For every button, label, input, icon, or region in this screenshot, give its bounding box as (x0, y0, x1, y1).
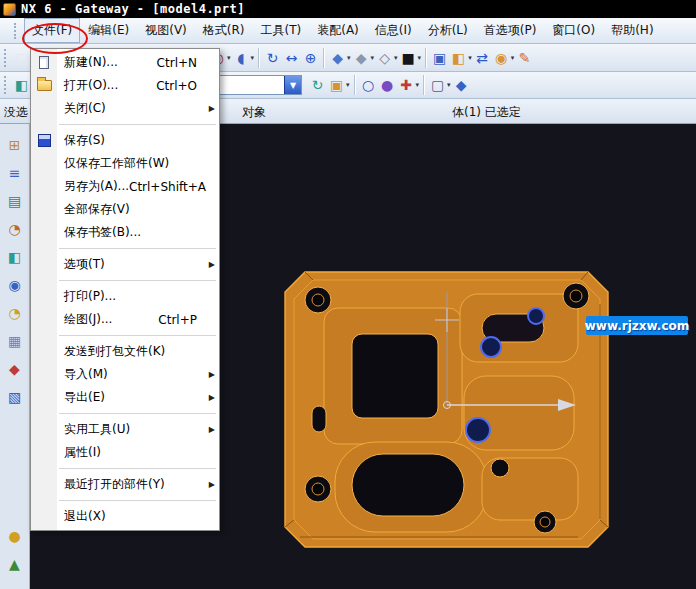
oval-through-hole[interactable] (352, 454, 464, 516)
menubar-item-preferences[interactable]: 首选项(P) (476, 18, 545, 43)
wireframe-display-button[interactable]: ◇▾ (375, 47, 399, 69)
edge-blend-button[interactable]: ◖▾ (232, 47, 256, 69)
counterbore-hole-bottom-left[interactable] (305, 476, 331, 502)
zoom-view-button[interactable]: ⊕ (301, 47, 320, 69)
new-part-button[interactable]: ▢ (12, 47, 31, 69)
sphere-tool-button[interactable]: ● (378, 74, 397, 96)
menubar-item-file[interactable]: 文件(F) (24, 18, 80, 43)
selection-scope-button[interactable]: ▢▾ (428, 74, 452, 96)
file-menu-item-utilities[interactable]: 实用工具(U)▶ (31, 418, 219, 441)
rotate-view-button[interactable]: ↻ (263, 47, 282, 69)
refresh-button[interactable]: ↻ (308, 74, 327, 96)
slot-left-edge[interactable] (312, 406, 326, 432)
dropdown-arrow-icon[interactable]: ▾ (371, 54, 375, 62)
file-menu-item-new[interactable]: 新建(N)...Ctrl+N (31, 51, 219, 74)
pan-view-button[interactable]: ↔ (282, 47, 301, 69)
file-menu-item-save-work-part[interactable]: 仅保存工作部件(W) (31, 152, 219, 175)
constraint-navigator-tab[interactable]: ≡ (4, 162, 26, 184)
file-menu-item-plot[interactable]: 绘图(J)...Ctrl+P (31, 308, 219, 331)
orient-csys-button[interactable]: ◧▾ (449, 47, 473, 69)
assembly-navigator-tab[interactable]: ⊞ (4, 134, 26, 156)
dropdown-arrow-icon[interactable]: ▾ (347, 54, 351, 62)
counterbore-hole-bottom-right[interactable] (534, 511, 556, 533)
display-mode-icon: ◧ (13, 78, 30, 92)
process-studio-tab[interactable]: ◆ (4, 358, 26, 380)
shaded-display-button[interactable]: ◆▾ (352, 47, 376, 69)
system-materials-tab[interactable]: ▦ (4, 330, 26, 352)
menubar-item-window[interactable]: 窗口(O) (544, 18, 603, 43)
hd3d-tools-tab[interactable]: ◧ (4, 246, 26, 268)
system-scenes-tab[interactable]: ▲ (4, 553, 26, 575)
small-hole-bottom-mid[interactable] (491, 459, 509, 477)
menubar-item-help[interactable]: 帮助(H) (603, 18, 661, 43)
menubar-item-tools[interactable]: 工具(T) (253, 18, 310, 43)
resource-bar: ⊞≡▤◔◧◉◔▦◆▧●▲ (0, 124, 30, 589)
dropdown-arrow-icon[interactable]: ▾ (468, 54, 472, 62)
selected-hole-center[interactable] (466, 418, 490, 442)
file-menu-item-print[interactable]: 打印(P)... (31, 285, 219, 308)
open-icon (37, 80, 52, 91)
web-browser-tab[interactable]: ◉ (4, 274, 26, 296)
menubar-item-assemblies[interactable]: 装配(A) (309, 18, 367, 43)
edit-object-display-button[interactable]: ✎ (515, 47, 534, 69)
snap-point-button[interactable]: ◉▾ (492, 47, 516, 69)
file-menu-item-options[interactable]: 选项(T)▶ (31, 253, 219, 276)
file-menu-item-import[interactable]: 导入(M)▶ (31, 363, 219, 386)
reuse-library-icon: ◔ (8, 221, 20, 237)
menu-separator (59, 124, 216, 125)
circle-tool-button[interactable]: ○ (359, 74, 378, 96)
dropdown-arrow-icon[interactable]: ▾ (447, 81, 451, 89)
menu-bar-items: 文件(F)编辑(E)视图(V)格式(R)工具(T)装配(A)信息(I)分析(L)… (24, 18, 662, 43)
square-through-hole[interactable] (352, 334, 438, 418)
file-menu-item-export[interactable]: 导出(E)▶ (31, 386, 219, 409)
toolbar-grip[interactable] (4, 76, 8, 94)
counterbore-hole-top-right[interactable] (563, 283, 589, 309)
orient-view-button[interactable]: ◆▾ (328, 47, 352, 69)
file-menu-item-save[interactable]: 保存(S) (31, 129, 219, 152)
dropdown-arrow-icon[interactable]: ▾ (418, 54, 422, 62)
dropdown-arrow-icon[interactable]: ▾ (346, 81, 350, 89)
measure-button[interactable]: ✚▾ (397, 74, 421, 96)
toolbar-grip[interactable] (14, 23, 18, 39)
file-menu-item-save-bookmark[interactable]: 保存书签(B)... (31, 221, 219, 244)
submenu-arrow-icon: ▶ (205, 425, 215, 434)
combo-dropdown-icon[interactable]: ▼ (284, 76, 301, 94)
selection-filter-fragment: 没选 (4, 104, 28, 121)
reuse-library-tab[interactable]: ◔ (4, 218, 26, 240)
part-navigator-tab[interactable]: ▤ (4, 190, 26, 212)
display-mode-button[interactable]: ◧ (12, 74, 31, 96)
selected-hole-top[interactable] (528, 308, 544, 324)
roles-tab[interactable]: ● (4, 525, 26, 547)
status-text: 体(1) 已选定 (452, 104, 521, 121)
new-window-button[interactable]: ▣ (430, 47, 449, 69)
menubar-item-analysis[interactable]: 分析(L) (420, 18, 476, 43)
dropdown-arrow-icon[interactable]: ▾ (416, 81, 420, 89)
file-menu-item-send-package[interactable]: 发送到打包文件(K) (31, 340, 219, 363)
dropdown-arrow-icon[interactable]: ▾ (251, 54, 255, 62)
counterbore-hole-top-left[interactable] (305, 287, 331, 313)
toolbar-grip[interactable] (4, 49, 8, 67)
file-menu-item-properties[interactable]: 属性(I) (31, 441, 219, 464)
menubar-item-edit[interactable]: 编辑(E) (80, 18, 137, 43)
file-menu-item-save-as[interactable]: 另存为(A)...Ctrl+Shift+A (31, 175, 219, 198)
dropdown-arrow-icon[interactable]: ▾ (227, 54, 231, 62)
menubar-item-format[interactable]: 格式(R) (195, 18, 253, 43)
dropdown-arrow-icon[interactable]: ▾ (394, 54, 398, 62)
menubar-item-information[interactable]: 信息(I) (367, 18, 420, 43)
file-menu-item-save-all[interactable]: 全部保存(V) (31, 198, 219, 221)
solid-cube-button[interactable]: ◆ (452, 74, 471, 96)
toolbar-separator (258, 48, 260, 68)
selected-hole-upper-mid[interactable] (481, 337, 501, 357)
manufacturing-wizards-tab[interactable]: ▧ (4, 386, 26, 408)
file-menu-item-exit[interactable]: 退出(X) (31, 505, 219, 528)
hd3d-tools-icon: ◧ (8, 249, 21, 265)
file-menu-item-recent-parts[interactable]: 最近打开的部件(Y)▶ (31, 473, 219, 496)
dropdown-arrow-icon[interactable]: ▾ (511, 54, 515, 62)
history-tab[interactable]: ◔ (4, 302, 26, 324)
file-menu-item-open[interactable]: 打开(O)...Ctrl+O (31, 74, 219, 97)
menubar-item-view[interactable]: 视图(V) (137, 18, 195, 43)
fit-view-button[interactable]: ▣▾ (327, 74, 351, 96)
move-object-button[interactable]: ⇄ (473, 47, 492, 69)
view-background-button[interactable]: ■▾ (399, 47, 423, 69)
file-menu-item-close[interactable]: 关闭(C)▶ (31, 97, 219, 120)
